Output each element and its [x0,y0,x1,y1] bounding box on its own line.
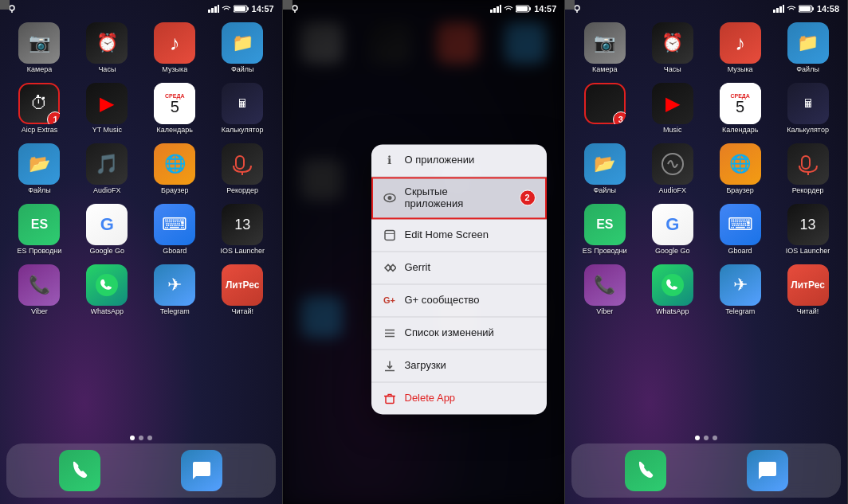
es-icon-s3: ES [584,204,626,245]
status-right-3: 14:58 [773,4,839,14]
menu-item-gerrit[interactable]: Gerrit [371,252,547,284]
battery-icon-3 [799,5,815,13]
app-recorder-s1[interactable]: Рекордер [211,143,274,194]
dock-phone-s3[interactable] [625,450,666,491]
dot-2-s3 [704,436,709,440]
status-right-2: 14:57 [490,4,556,14]
app-ios-s3[interactable]: 13 IOS Launcher [776,204,839,255]
app-files-s1[interactable]: 📁 Файлы [211,22,274,73]
menu-item-downloads[interactable]: Загрузки [371,350,547,382]
app-calendar-s1[interactable]: среда 5 Календарь [143,83,206,134]
svg-rect-33 [565,0,575,10]
calc-icon-s3: 🖩 [787,83,829,124]
clock-icon-s1: ⏰ [86,22,128,64]
app-filemgr-s3[interactable]: 📂 Файлы [573,143,636,194]
app-calc-s1[interactable]: 🖩 Калькулятор [211,83,274,134]
dot-3-s3 [713,436,717,440]
svg-rect-41 [812,7,814,10]
dock-messages-s3[interactable] [747,450,788,491]
app-browser-s3[interactable]: 🌐 Браузер [709,143,771,194]
app-grid-row3-s3: 📂 Файлы AudioFX 🌐 Браузер Рекордер [565,139,847,199]
app-clock-s1[interactable]: ⏰ Часы [76,22,139,73]
app-telegram-s3[interactable]: ✈ Telegram [709,264,771,315]
app-ios-s1[interactable]: 13 IOS Launcher [211,204,274,255]
app-whatsapp-s1[interactable]: WhatsApp [76,264,139,315]
app-music-s1[interactable]: ♪ Музыка [143,22,206,73]
app-chitai-s3[interactable]: ЛитРес Читай! [776,264,839,315]
svg-rect-4 [211,8,214,13]
menu-item-about[interactable]: ℹ О приложении [371,144,547,177]
app-ytmusic-s3[interactable]: ▶ Music [641,83,704,134]
google-label-s3: Google Go [655,247,690,255]
app-grid-row2-s3: 3 ▶ Music среда 5 Календарь 🖩 Калькулято… [565,78,847,139]
menu-item-delete[interactable]: Delete App [371,382,547,414]
svg-rect-38 [779,6,782,13]
app-calendar-s3[interactable]: среда 5 Календарь [709,83,771,134]
page-dots-s3 [565,436,847,440]
app-grid-row1-s1: 📷 Камера ⏰ Часы ♪ Музыка 📁 Файлы [0,18,282,78]
corner-indicator-3 [565,0,575,10]
app-filemgr-s1[interactable]: 📂 Файлы [8,143,71,194]
telegram-icon-s3: ✈ [720,264,761,306]
app-chitai-s1[interactable]: ЛитРес Читай! [211,264,274,315]
downloads-icon [383,358,397,373]
aicp-label-s1: Aicp Extras [22,126,58,134]
camera-icon-s1: 📷 [18,22,60,64]
app-gboard-s3[interactable]: ⌨ Gboard [709,204,771,255]
browser-label-s3: Браузер [726,186,753,194]
wifi-icon [222,5,231,13]
music-icon-s1: ♪ [154,22,195,64]
app-aicp-s1[interactable]: ⏱ 1 Aicp Extras [8,83,71,134]
files-icon-s3: 📁 [787,22,829,64]
calendar-label-s1: Календарь [157,126,193,134]
calc-icon-s1: 🖩 [222,83,263,124]
hidden-icon [383,190,397,205]
hidden-label: Скрытые приложения [405,186,508,209]
filemgr-label-s3: Файлы [593,186,616,194]
viber-icon-s1: 📞 [18,264,60,306]
calc-label-s1: Калькулятор [222,126,264,134]
app-blank-s3[interactable]: 3 [573,83,636,134]
app-es-s1[interactable]: ES ES Проводник [8,204,71,255]
app-ytmusic-s1[interactable]: ▶ YT Music [76,83,139,134]
app-camera-s3[interactable]: 📷 Камера [573,22,636,73]
app-recorder-s3[interactable]: Рекордер [776,143,839,194]
app-music-s3[interactable]: ♪ Музыка [709,22,771,73]
dock-messages-s1[interactable] [181,450,222,491]
app-clock-s3[interactable]: ⏰ Часы [641,22,704,73]
svg-rect-37 [776,8,779,13]
svg-rect-22 [516,6,528,11]
app-es-s3[interactable]: ES ES Проводник [573,204,636,255]
menu-item-edit-home[interactable]: Edit Home Screen [371,219,547,252]
app-audiofx-s3[interactable]: AudioFX [641,143,704,194]
app-viber-s1[interactable]: 📞 Viber [8,264,71,315]
app-browser-s1[interactable]: 🌐 Браузер [143,143,206,194]
app-google-s1[interactable]: G Google Go [76,204,139,255]
menu-item-changelog[interactable]: Список изменений [371,317,547,350]
blank-icon-s3: 3 [584,83,626,124]
app-calc-s3[interactable]: 🖩 Калькулятор [776,83,839,134]
app-google-s3[interactable]: G Google Go [641,204,704,255]
clock-icon-s3: ⏰ [652,22,693,64]
svg-point-34 [575,6,579,10]
edit-home-label: Edit Home Screen [405,229,536,240]
aicp-icon-s1: ⏱ 1 [18,83,60,124]
app-gboard-s1[interactable]: ⌨ Gboard [143,204,206,255]
camera-label-s3: Камера [592,65,617,73]
svg-rect-8 [247,7,249,10]
gboard-icon-s1: ⌨ [154,204,195,245]
menu-item-gplus[interactable]: G+ G+ сообщество [371,284,547,317]
app-viber-s3[interactable]: 📞 Viber [573,264,636,315]
telegram-label-s3: Telegram [725,307,755,315]
app-camera-s1[interactable]: 📷 Камера [8,22,71,73]
app-telegram-s1[interactable]: ✈ Telegram [143,264,206,315]
svg-rect-21 [529,7,531,10]
edit-home-icon [383,228,397,242]
dock-phone-s1[interactable] [59,450,100,491]
app-files-s3[interactable]: 📁 Файлы [776,22,839,73]
app-whatsapp-s3[interactable]: WhatsApp [641,264,704,315]
gerrit-label: Gerrit [405,261,536,273]
svg-rect-19 [500,5,501,13]
menu-item-hidden[interactable]: Скрытые приложения 2 [371,177,547,219]
app-audiofx-s1[interactable]: 🎵 AudioFX [76,143,139,194]
